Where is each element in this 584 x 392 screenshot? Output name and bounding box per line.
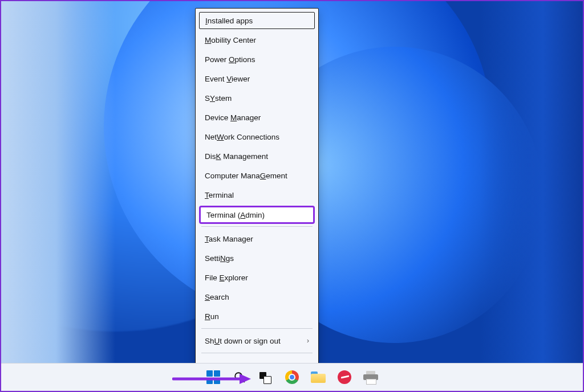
winx-context-menu: Installed appsMobility CenterPower Optio… (195, 8, 319, 364)
menu-item-run[interactable]: Run (196, 307, 318, 326)
menu-item-label: Run (205, 312, 219, 321)
desktop-wallpaper: Installed appsMobility CenterPower Optio… (1, 1, 583, 364)
menu-item-label: Terminal (205, 191, 234, 199)
menu-item-label: Terminal (Admin) (206, 211, 265, 219)
menu-separator (201, 328, 313, 329)
menu-item-installed-apps[interactable]: Installed apps (199, 12, 315, 29)
printer-icon (363, 371, 378, 383)
printer-app[interactable] (363, 369, 379, 385)
menu-item-shut-down-or-sign-out[interactable]: ShUt down or sign out› (196, 331, 318, 350)
menu-item-label: Task Manager (205, 235, 253, 243)
menu-item-settings[interactable]: SettiNgs (196, 248, 318, 268)
menu-item-label: Device Manager (205, 113, 261, 122)
menu-item-label: Mobility Center (205, 36, 256, 44)
chevron-right-icon: › (307, 337, 309, 345)
chrome-icon (285, 370, 299, 384)
menu-separator (201, 353, 313, 353)
file-explorer-app[interactable] (310, 369, 326, 385)
menu-item-computer-management[interactable]: Computer ManaGement (196, 166, 318, 185)
menu-item-device-manager[interactable]: Device Manager (196, 108, 318, 127)
menu-item-power-options[interactable]: Power Options (196, 50, 318, 69)
menu-item-search[interactable]: Search (196, 287, 318, 307)
task-view-button[interactable] (258, 369, 274, 385)
menu-item-label: SYstem (205, 94, 232, 103)
menu-item-label: Installed apps (205, 17, 253, 25)
menu-item-terminal[interactable]: Terminal (196, 185, 318, 205)
menu-item-label: File Explorer (205, 273, 248, 282)
menu-item-task-manager[interactable]: Task Manager (196, 229, 318, 248)
red-circle-icon (338, 370, 351, 384)
taskbar (1, 363, 583, 391)
chrome-app[interactable] (284, 369, 300, 385)
menu-item-label: SettiNgs (205, 254, 234, 263)
menu-item-label: Power Options (205, 55, 256, 64)
menu-item-event-viewer[interactable]: Event Viewer (196, 69, 318, 88)
menu-item-label: ShUt down or sign out (205, 337, 281, 345)
windows-logo-icon (206, 370, 220, 384)
menu-separator (201, 226, 313, 227)
menu-item-system[interactable]: SYstem (196, 88, 318, 108)
menu-item-disk-management[interactable]: DisK Management (196, 146, 318, 166)
menu-item-network-connections[interactable]: NetWork Connections (196, 127, 318, 146)
menu-item-file-explorer[interactable]: File Explorer (196, 268, 318, 287)
menu-item-terminal-admin[interactable]: Terminal (Admin) (199, 206, 315, 224)
menu-item-label: Search (205, 293, 229, 301)
task-view-icon (259, 371, 272, 383)
menu-item-label: NetWork Connections (205, 133, 279, 141)
search-icon (233, 371, 246, 383)
start-button[interactable] (205, 369, 221, 385)
svg-line-1 (241, 379, 245, 382)
red-circle-app[interactable] (336, 369, 352, 385)
menu-item-label: Computer ManaGement (205, 172, 287, 180)
menu-item-desktop[interactable]: Desktop (196, 356, 318, 364)
folder-icon (311, 371, 326, 383)
menu-item-mobility-center[interactable]: Mobility Center (196, 30, 318, 50)
menu-item-label: Event Viewer (205, 75, 250, 83)
search-button[interactable] (232, 369, 248, 385)
menu-item-label: DisK Management (205, 152, 268, 161)
